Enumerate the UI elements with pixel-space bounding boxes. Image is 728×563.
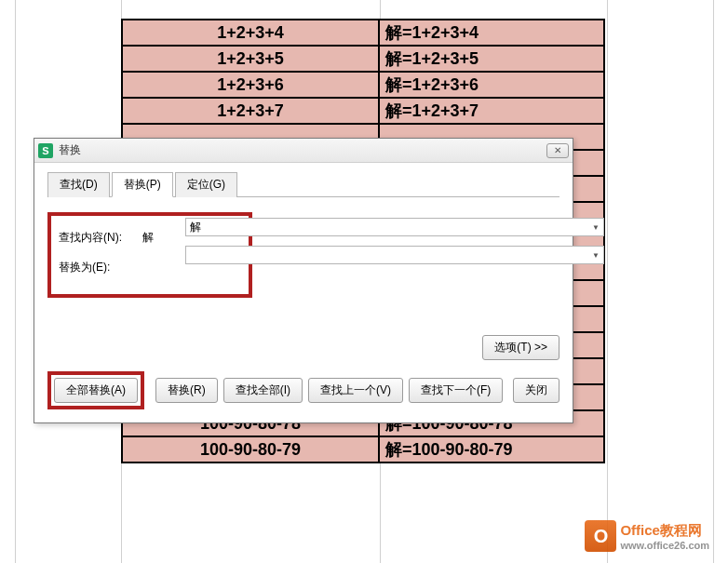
table-row: 1+2+3+6解=1+2+3+6 [122,72,604,98]
chevron-down-icon[interactable]: ▼ [592,223,600,232]
cell-a[interactable]: 100-90-80-79 [122,436,379,462]
dialog-tabs: 查找(D) 替换(P) 定位(G) [47,172,559,197]
replace-dialog: S 替换 ✕ 查找(D) 替换(P) 定位(G) 查找内容(N): 解 替换为(… [34,138,573,423]
cell-a[interactable]: 1+2+3+7 [122,98,379,124]
table-row: 1+2+3+7解=1+2+3+7 [122,98,604,124]
dialog-title: 替换 [59,142,546,158]
close-button[interactable]: 关闭 [513,378,559,403]
find-what-value-preview: 解 [142,230,154,246]
watermark-title: Office教程网 [620,522,709,540]
cell-b[interactable]: 解=1+2+3+6 [379,72,604,98]
options-button[interactable]: 选项(T) >> [482,335,559,360]
watermark-url: www.office26.com [620,540,709,551]
chevron-down-icon[interactable]: ▼ [592,251,600,260]
watermark: O Office教程网 www.office26.com [585,520,709,552]
tab-goto[interactable]: 定位(G) [175,172,237,197]
find-next-button[interactable]: 查找下一个(F) [409,378,503,403]
replace-all-button[interactable]: 全部替换(A) [54,378,138,403]
cell-a[interactable]: 1+2+3+4 [122,20,379,46]
cell-b[interactable]: 解=1+2+3+7 [379,98,604,124]
table-row: 1+2+3+5解=1+2+3+5 [122,46,604,72]
find-prev-button[interactable]: 查找上一个(V) [308,378,403,403]
cell-a[interactable]: 1+2+3+6 [122,72,379,98]
find-what-value: 解 [190,220,201,235]
wps-icon: S [38,143,53,158]
tab-replace[interactable]: 替换(P) [112,172,173,197]
replace-all-highlight: 全部替换(A) [47,371,144,409]
cell-b[interactable]: 解=1+2+3+4 [379,20,604,46]
table-row: 1+2+3+4解=1+2+3+4 [122,20,604,46]
tab-find[interactable]: 查找(D) [47,172,110,197]
replace-with-input[interactable]: ▼ [185,246,604,264]
replace-button[interactable]: 替换(R) [155,378,218,403]
replace-with-label: 替换为(E): [59,260,142,275]
table-row: 100-90-80-79解=100-90-80-79 [122,436,604,462]
cell-b[interactable]: 解=1+2+3+5 [379,46,604,72]
cell-b[interactable]: 解=100-90-80-79 [379,436,604,462]
close-icon[interactable]: ✕ [546,143,569,158]
cell-a[interactable]: 1+2+3+5 [122,46,379,72]
find-what-input[interactable]: 解 ▼ [185,218,604,236]
watermark-logo-icon: O [585,520,616,552]
find-what-label: 查找内容(N): [59,230,142,246]
dialog-titlebar[interactable]: S 替换 ✕ [34,139,573,163]
find-all-button[interactable]: 查找全部(I) [223,378,303,403]
